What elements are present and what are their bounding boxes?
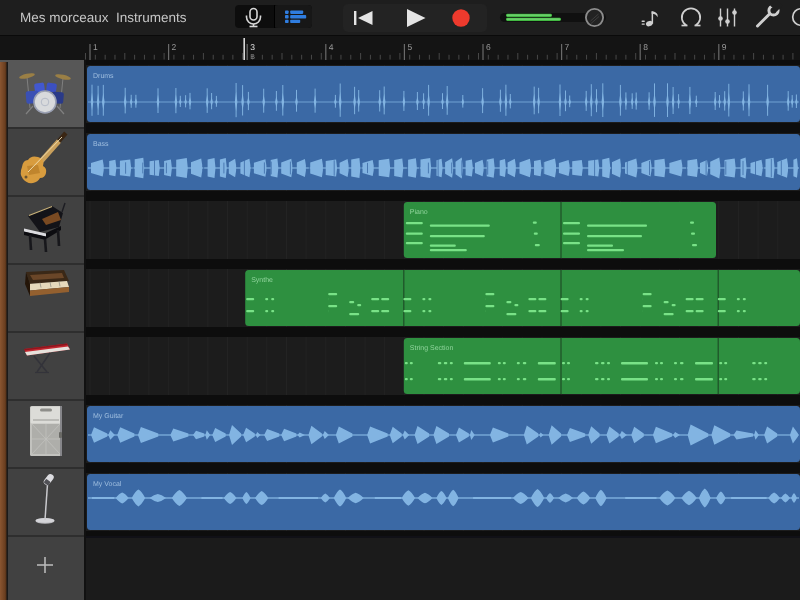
svg-text:B: B (250, 54, 255, 61)
svg-text:7: 7 (565, 42, 570, 52)
svg-text:1: 1 (93, 42, 98, 52)
svg-text:5: 5 (407, 42, 412, 52)
svg-text:Synthe: Synthe (251, 276, 273, 284)
svg-text:String Section: String Section (410, 344, 454, 352)
svg-text:Drums: Drums (93, 73, 114, 80)
svg-text:6: 6 (486, 42, 491, 52)
svg-text:Instruments: Instruments (116, 10, 187, 25)
svg-text:8: 8 (643, 42, 648, 52)
svg-text:Bass: Bass (93, 141, 109, 148)
svg-text:Piano: Piano (410, 208, 428, 216)
svg-text:3: 3 (250, 42, 255, 52)
svg-text:9: 9 (722, 42, 727, 52)
svg-text:My Vocal: My Vocal (93, 480, 122, 488)
svg-text:2: 2 (172, 42, 177, 52)
svg-text:Mes morceaux: Mes morceaux (20, 10, 109, 25)
svg-text:4: 4 (329, 42, 334, 52)
svg-text:My Guitar: My Guitar (93, 412, 124, 420)
